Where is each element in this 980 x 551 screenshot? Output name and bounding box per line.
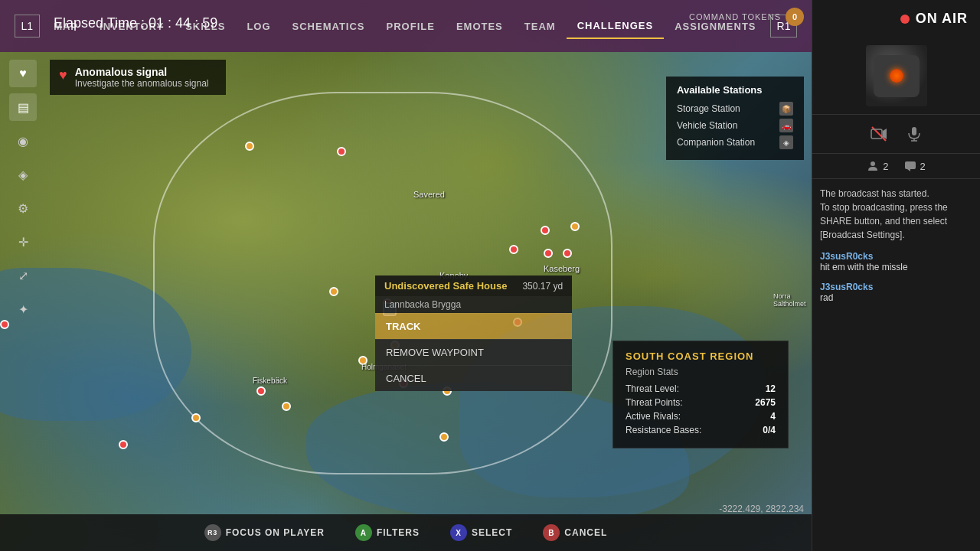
viewer-count: 2 bbox=[867, 160, 888, 172]
map-marker[interactable] bbox=[329, 287, 338, 296]
comment-icon bbox=[904, 160, 916, 172]
map-marker[interactable] bbox=[544, 249, 553, 258]
stations-title: Available Stations bbox=[677, 84, 793, 96]
chat-message-1: J3susR0cks rad bbox=[820, 282, 972, 303]
station-vehicle[interactable]: Vehicle Station 🚗 bbox=[677, 119, 793, 132]
bottom-cancel[interactable]: B CANCEL bbox=[543, 524, 607, 541]
svg-marker-8 bbox=[907, 169, 910, 171]
quest-panel: ♥ Anomalous signal Investigate the anoma… bbox=[50, 60, 226, 95]
bottom-action-bar: R3 FOCUS ON PLAYER A FILTERS X SELECT B … bbox=[0, 514, 812, 551]
map-marker[interactable] bbox=[509, 245, 518, 254]
region-subtitle: Region Stats bbox=[626, 367, 776, 377]
map-marker[interactable] bbox=[282, 402, 291, 411]
map-coordinates: -3222.429, 2822.234 bbox=[719, 504, 804, 514]
context-option-cancel[interactable]: CANCEL bbox=[375, 365, 572, 391]
robot-head bbox=[874, 55, 920, 97]
map-marker[interactable] bbox=[245, 142, 254, 151]
context-option-remove-waypoint[interactable]: REMOVE WAYPOINT bbox=[375, 339, 572, 365]
stat-value-threat-points: 2675 bbox=[755, 397, 776, 408]
sidebar-icon-gear[interactable]: ⚙ bbox=[9, 194, 37, 222]
context-option-track[interactable]: TRACK bbox=[375, 313, 572, 339]
viewer-row: 2 2 bbox=[812, 154, 980, 179]
on-air-dot bbox=[900, 15, 910, 24]
region-title: SOUTH COAST REGION bbox=[626, 350, 776, 362]
command-tokens-label: COMMAND TOKENS bbox=[689, 12, 781, 21]
sidebar-icon-map[interactable]: ▤ bbox=[9, 93, 37, 121]
map-marker[interactable] bbox=[563, 249, 572, 258]
context-location-type: Undiscovered Safe House bbox=[384, 280, 507, 292]
station-companion-name: Companion Station bbox=[677, 137, 755, 148]
map-marker[interactable] bbox=[191, 413, 201, 422]
map-marker[interactable] bbox=[337, 147, 346, 156]
quest-icon: ♥ bbox=[59, 67, 67, 83]
map-marker[interactable] bbox=[119, 440, 128, 449]
robot-eye bbox=[890, 69, 903, 83]
chat-text-0: hit em with the missle bbox=[820, 262, 972, 272]
nav-profile[interactable]: PROFILE bbox=[376, 15, 446, 38]
nav-team[interactable]: TEAM bbox=[514, 15, 567, 38]
map-label: Savered bbox=[413, 190, 445, 199]
station-vehicle-name: Vehicle Station bbox=[677, 120, 737, 131]
comment-count-value: 2 bbox=[920, 161, 926, 172]
stat-label-rivals: Active Rivals: bbox=[626, 411, 681, 422]
nav-emotes[interactable]: EMOTES bbox=[446, 15, 514, 38]
sidebar-icon-crosshair[interactable]: ✛ bbox=[9, 228, 37, 256]
viewer-icon bbox=[867, 160, 879, 172]
svg-point-6 bbox=[871, 161, 875, 166]
bottom-focus-player[interactable]: R3 FOCUS ON PLAYER bbox=[204, 524, 325, 541]
bottom-focus-label: FOCUS ON PLAYER bbox=[226, 527, 325, 538]
sidebar-icon-expand[interactable]: ⤢ bbox=[9, 262, 37, 289]
quest-title: Anomalous signal bbox=[75, 66, 209, 78]
region-stat-threat-level: Threat Level: 12 bbox=[626, 383, 776, 394]
map-marker[interactable] bbox=[541, 226, 550, 235]
region-stat-rivals: Active Rivals: 4 bbox=[626, 411, 776, 422]
nav-log[interactable]: LOG bbox=[236, 15, 281, 38]
quest-description: Investigate the anomalous signal bbox=[75, 78, 209, 89]
station-vehicle-icon: 🚗 bbox=[779, 119, 793, 132]
map-area[interactable]: ⌂ Savered Kaneby Kaseberg Fiskebäck Holm… bbox=[0, 0, 812, 551]
bottom-select[interactable]: X SELECT bbox=[450, 524, 512, 541]
map-label: Fiskebäck bbox=[253, 377, 287, 385]
station-companion[interactable]: Companion Station ◈ bbox=[677, 135, 793, 149]
command-tokens-value: 0 bbox=[786, 8, 804, 26]
svg-rect-7 bbox=[905, 161, 916, 169]
nav-left-bracket[interactable]: L1 bbox=[15, 15, 41, 37]
map-marker[interactable] bbox=[439, 432, 449, 442]
nav-schematics[interactable]: SCHEMATICS bbox=[282, 15, 376, 38]
context-menu: Undiscovered Safe House 350.17 yd Lannba… bbox=[375, 276, 572, 391]
btn-b-icon: B bbox=[543, 524, 560, 541]
region-stat-bases: Resistance Bases: 0/4 bbox=[626, 425, 776, 435]
nav-challenges[interactable]: CHALLENGES bbox=[567, 14, 665, 39]
stations-panel: Available Stations Storage Station 📦 Veh… bbox=[666, 77, 804, 160]
microphone-btn[interactable] bbox=[903, 122, 926, 145]
chat-message-0: J3susR0cks hit em with the missle bbox=[820, 251, 972, 272]
station-storage[interactable]: Storage Station 📦 bbox=[677, 102, 793, 116]
left-sidebar: ♥ ▤ ◉ ◈ ⚙ ✛ ⤢ ✦ bbox=[0, 52, 46, 527]
elapsed-time-display: Elapsed Time : 01 : 44 : 59 bbox=[54, 15, 217, 31]
streaming-panel: ON AIR bbox=[812, 0, 980, 551]
station-storage-icon: 📦 bbox=[779, 102, 793, 116]
bottom-filters-label: FILTERS bbox=[377, 527, 420, 538]
stat-value-rivals: 4 bbox=[770, 411, 776, 422]
map-marker[interactable] bbox=[570, 222, 580, 231]
region-stat-threat-points: Threat Points: 2675 bbox=[626, 397, 776, 408]
context-header: Undiscovered Safe House 350.17 yd bbox=[375, 276, 572, 296]
sidebar-icon-location[interactable]: ◉ bbox=[9, 127, 37, 155]
broadcast-message: The broadcast has started. To stop broad… bbox=[820, 187, 972, 242]
sidebar-icon-heart[interactable]: ♥ bbox=[9, 60, 37, 87]
map-marker[interactable] bbox=[256, 386, 266, 396]
region-panel: SOUTH COAST REGION Region Stats Threat L… bbox=[612, 341, 789, 448]
elapsed-value: 01 : 44 : 59 bbox=[149, 15, 217, 31]
viewer-count-value: 2 bbox=[883, 161, 888, 172]
btn-x-icon: X bbox=[450, 524, 467, 541]
context-sublocation: Lannbacka Brygga bbox=[375, 296, 572, 313]
sidebar-icon-diamond[interactable]: ◈ bbox=[9, 161, 37, 188]
chat-username-0: J3susR0cks bbox=[820, 251, 972, 262]
chat-username-1: J3susR0cks bbox=[820, 282, 972, 292]
bottom-select-label: SELECT bbox=[472, 527, 512, 538]
sidebar-icon-star[interactable]: ✦ bbox=[9, 295, 37, 323]
bottom-filters[interactable]: A FILTERS bbox=[355, 524, 420, 541]
context-distance: 350.17 yd bbox=[522, 281, 563, 292]
btn-r3-icon: R3 bbox=[204, 524, 221, 541]
camera-toggle-btn[interactable] bbox=[867, 122, 890, 145]
